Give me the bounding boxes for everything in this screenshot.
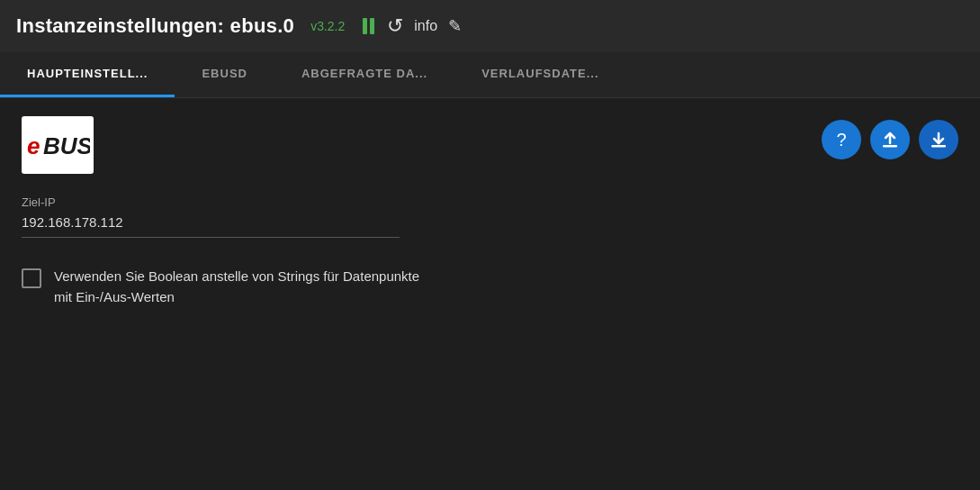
version-badge: v3.2.2 [310,19,345,33]
download-button[interactable] [919,120,958,159]
boolean-checkbox-row: Verwenden Sie Boolean anstelle von Strin… [22,267,958,307]
pause-icon [363,18,374,34]
refresh-button[interactable]: ↺ [385,13,405,40]
ziel-ip-section: Ziel-IP 192.168.178.112 [22,195,958,238]
svg-rect-3 [931,145,946,148]
svg-rect-2 [883,145,897,148]
svg-text:e: e [27,132,40,159]
refresh-icon: ↺ [387,14,403,38]
info-link[interactable]: info [414,18,437,34]
edit-button[interactable]: ✎ [446,14,463,38]
logo-svg: e BUS [25,129,90,161]
pause-button[interactable] [361,16,376,36]
boolean-checkbox[interactable] [22,268,41,288]
top-row: e BUS ? [22,116,958,174]
main-content: e BUS ? [0,98,980,325]
ebus-logo: e BUS [22,116,94,174]
header-icons: ↺ info ✎ [361,13,463,40]
ziel-ip-label: Ziel-IP [22,195,958,209]
ziel-ip-value[interactable]: 192.168.178.112 [22,214,400,238]
edit-icon: ✎ [448,16,462,36]
question-icon: ? [836,130,846,150]
download-icon [929,130,949,150]
upload-button[interactable] [870,120,910,159]
tab-ebusd[interactable]: EBUSD [175,52,274,97]
tabs-bar: HAUPTEINSTELL... EBUSD ABGEFRAGTE DA... … [0,52,980,98]
header: Instanzeinstellungen: ebus.0 v3.2.2 ↺ in… [0,0,980,52]
tab-haupteinstellungen[interactable]: HAUPTEINSTELL... [0,52,175,97]
pause-bar-left [363,18,367,34]
action-buttons: ? [822,116,958,159]
page-title: Instanzeinstellungen: ebus.0 [16,14,294,38]
boolean-checkbox-label: Verwenden Sie Boolean anstelle von Strin… [54,267,419,307]
upload-icon [880,130,900,150]
pause-bar-right [370,18,374,34]
tab-abgefragte-da[interactable]: ABGEFRAGTE DA... [274,52,454,97]
svg-text:BUS: BUS [43,132,90,159]
tab-verlaufsdaten[interactable]: VERLAUFSDATE... [454,52,625,97]
help-button[interactable]: ? [822,120,861,159]
